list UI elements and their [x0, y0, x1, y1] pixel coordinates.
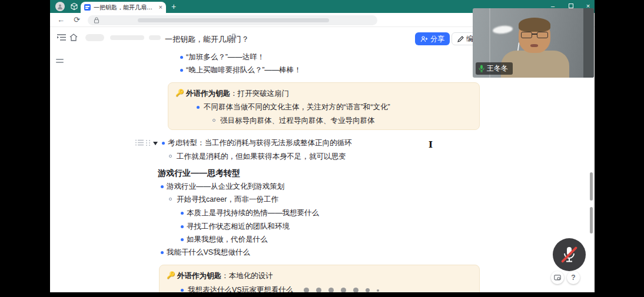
home-icon[interactable]	[69, 34, 78, 41]
bullet-text: 如果我想做，代价是什么	[187, 235, 268, 243]
bullet-icon	[181, 238, 184, 241]
doc-bullet-line[interactable]: 游戏行业——从企业文化到游戏策划	[167, 182, 284, 191]
bullet-text: 游戏行业——从企业文化到游戏策划	[167, 182, 284, 191]
callout-sub-bullet: 强目标导向群体、过程导向群体、专业导向群体	[220, 116, 375, 125]
sidebar-toggle-icon[interactable]	[57, 34, 66, 41]
doc-bullet-line[interactable]: 我能干什么VS我想做什么	[167, 248, 250, 257]
back-icon[interactable]: ←	[57, 15, 65, 24]
callout-bullet: 我想表达什么VS玩家更想看什么	[188, 285, 379, 292]
callout-title: 外语作为钥匙：打开突破这扇门	[186, 89, 289, 98]
bullet-icon	[181, 225, 184, 228]
participant-name: 王冬冬	[487, 64, 508, 74]
doc-sub-bullet-line[interactable]: 工作就是消耗的，但如果获得本身不足，就可以思变	[177, 152, 346, 161]
ceiling-light-reflection	[492, 25, 513, 34]
bullet-icon	[161, 251, 164, 254]
bullet-icon	[181, 289, 184, 292]
doc-favicon	[84, 4, 91, 11]
callout-block[interactable]: 🔑 外语作为钥匙：打开突破这扇门 不同群体当做不同的文化主体，关注对方的“语言”…	[168, 82, 480, 130]
lock-icon	[94, 17, 99, 24]
breadcrumb-redacted	[149, 35, 161, 40]
help-button[interactable]: ?	[567, 271, 580, 284]
section-heading[interactable]: 游戏行业——思考转型	[158, 168, 240, 178]
browser-tab[interactable]: 一把钥匙，能开几扇门？ - 飞书云… ×	[81, 2, 166, 13]
bullet-icon	[162, 142, 165, 145]
bullet-icon	[197, 106, 200, 109]
doc-bullet-line[interactable]: 如果我想做，代价是什么	[187, 235, 268, 244]
hollow-bullet-icon	[169, 155, 172, 158]
bullet-text: 工作就是消耗的，但如果获得本身不足，就可以思变	[177, 152, 346, 161]
doc-bullet-line[interactable]: “加班多么？”——达咩！	[186, 52, 264, 62]
webcam-video[interactable]: 王冬冬	[473, 8, 594, 78]
key-emoji-icon: 🔑	[167, 271, 175, 279]
breadcrumb-redacted	[110, 35, 144, 40]
tab-close-icon[interactable]: ×	[159, 4, 162, 11]
scrollbar-thumb[interactable]	[590, 207, 593, 233]
video-frame: 一把钥匙，能开几扇门？ - 飞书云… × + – × ← ⟳	[0, 0, 644, 297]
bullet-text: 寻找工作状态相近的团队和环境	[187, 222, 290, 231]
question-mark-icon: ?	[571, 273, 575, 282]
callout-bullet: 不同群体当做不同的文化主体，关注对方的“语言”和“文化”	[204, 102, 390, 112]
doc-bullet-line[interactable]: 本质上是寻找持续的热情——我想要什么	[187, 208, 319, 218]
bullet-text: 强目标导向群体、过程导向群体、专业导向群体	[220, 116, 375, 125]
pin-icon[interactable]	[230, 34, 237, 41]
doc-bullet-line[interactable]: 考虑转型：当工作的消耗与获得无法形成整体正向的循环	[168, 138, 352, 148]
screen-camera-icon	[554, 275, 561, 281]
bullet-text: 我能干什么VS我想做什么	[167, 248, 250, 256]
hollow-bullet-icon	[213, 119, 215, 122]
callout-block[interactable]: 🔑 外语作为钥匙：本地化的设计 我想表达什么VS玩家更想看什么	[159, 265, 480, 292]
screen-camera-button[interactable]	[551, 271, 564, 284]
key-emoji-icon: 🔑	[175, 89, 184, 97]
callout-title-bold: 外语作为钥匙	[177, 272, 221, 280]
bullet-icon	[161, 185, 164, 188]
bullet-icon	[181, 212, 184, 215]
callout-title-rest: ：本地化的设计	[221, 272, 273, 280]
bullet-text: 我想表达什么VS玩家更想看什么	[188, 286, 293, 292]
text-cursor: I	[429, 139, 433, 150]
bullet-text: 不同群体当做不同的文化主体，关注对方的“语言”和“文化”	[204, 103, 390, 111]
bullet-text: 考虑转型：当工作的消耗与获得无法形成整体正向的循环	[168, 139, 352, 147]
pencil-icon	[457, 36, 464, 42]
list-format-icon[interactable]	[135, 139, 144, 146]
bullet-icon	[180, 56, 183, 59]
bullet-text: “加班多么？”——达咩！	[186, 53, 264, 61]
bullet-text: 本质上是寻找持续的热情——我想要什么	[187, 209, 319, 217]
breadcrumb-redacted	[85, 34, 104, 41]
share-person-icon	[420, 36, 428, 42]
hollow-bullet-icon	[169, 198, 172, 201]
mic-muted-button[interactable]	[553, 238, 586, 271]
doc-sub-bullet-line[interactable]: 开始寻找career，而非一份工作	[177, 195, 278, 204]
glasses	[521, 32, 548, 38]
callout-title: 外语作为钥匙：本地化的设计	[177, 271, 273, 281]
mic-on-icon	[479, 65, 484, 72]
new-tab-button[interactable]: +	[171, 2, 176, 11]
redacted-dots	[304, 288, 379, 292]
drag-handle-icon[interactable]	[146, 140, 151, 146]
background-pillar	[583, 8, 594, 78]
bullet-icon	[180, 69, 183, 72]
doc-bullet-line[interactable]: “晚上买咖啡要排队么？”——棒棒！	[186, 65, 301, 75]
person-hair	[519, 18, 550, 32]
tab-title: 一把钥匙，能开几扇门？ - 飞书云…	[94, 4, 156, 12]
share-button[interactable]: 分享	[415, 32, 450, 45]
outline-toggle-icon[interactable]	[56, 59, 65, 67]
bullet-text: “晚上买咖啡要排队么？”——棒棒！	[186, 66, 301, 74]
maximize-icon	[569, 4, 573, 8]
block-hover-toolbar[interactable]	[135, 139, 151, 146]
person-mouth	[530, 44, 538, 47]
collapse-arrow-icon[interactable]	[153, 142, 158, 145]
workspace-cube-icon[interactable]	[70, 2, 78, 11]
share-label: 分享	[430, 34, 444, 44]
person-icon	[57, 4, 63, 9]
doc-bullet-line[interactable]: 寻找工作状态相近的团队和环境	[187, 222, 290, 231]
url-redacted	[138, 18, 329, 22]
callout-title-rest: ：打开突破这扇门	[230, 89, 289, 98]
reload-icon[interactable]: ⟳	[74, 15, 80, 24]
bullet-text: 开始寻找career，而非一份工作	[177, 195, 278, 203]
participant-name-tag: 王冬冬	[476, 62, 513, 75]
scrollbar-thumb[interactable]	[590, 172, 593, 201]
profile-avatar[interactable]	[55, 2, 65, 11]
callout-title-bold: 外语作为钥匙	[186, 89, 230, 98]
url-bar[interactable]	[88, 15, 377, 25]
